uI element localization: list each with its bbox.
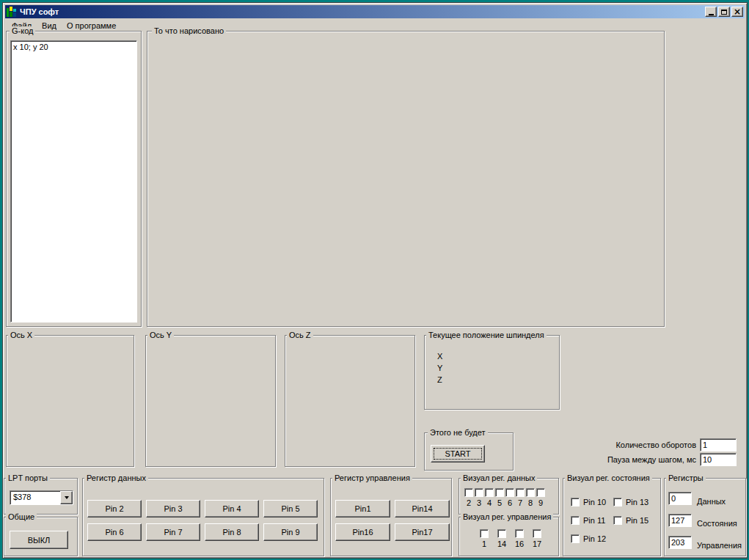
pin17-button-label: Pin17: [412, 528, 432, 537]
pin17-button[interactable]: Pin17: [395, 523, 450, 541]
gcode-editor[interactable]: x 10; y 20: [10, 40, 137, 323]
desktop: { "window": { "title": "ЧПУ софт" }, "me…: [0, 0, 749, 560]
visual-data-group-label: Визуал рег. данных: [461, 474, 537, 483]
spindle-group-label: Текущее положение шпинделя: [426, 331, 547, 340]
visual-data-pin2-label: 2: [467, 498, 471, 507]
pause-field-wrap: [700, 453, 737, 466]
pin9-button-label: Pin 9: [281, 528, 299, 537]
visual-data-pin6-label: 6: [508, 498, 512, 507]
pin13-checkbox[interactable]: [613, 498, 622, 506]
visual-data-pin6-checkbox[interactable]: [505, 488, 514, 497]
pin5-button[interactable]: Pin 5: [263, 500, 318, 517]
revolutions-field-wrap: [700, 438, 737, 452]
pin11-label: Pin 11: [583, 516, 605, 525]
axis-y-group: Ось Y: [145, 335, 276, 467]
pin3-button[interactable]: Pin 3: [146, 500, 200, 517]
off-button-label: ВЫКЛ: [28, 536, 51, 545]
pin8-button[interactable]: Pin 8: [205, 523, 259, 541]
pin9-button[interactable]: Pin 9: [263, 523, 318, 541]
data-register-value-label: Данных: [697, 497, 726, 506]
visual-control-pin17-label: 17: [533, 539, 541, 548]
registers-group: Регистры Данных Состояния Управления: [664, 478, 746, 556]
axis-z-group: Ось Z: [285, 335, 415, 467]
visual-control-pin1-checkbox[interactable]: [480, 529, 489, 538]
pause-input[interactable]: [701, 454, 736, 465]
pin11-checkbox[interactable]: [571, 516, 580, 525]
off-button[interactable]: ВЫКЛ: [10, 531, 68, 549]
lpt-port-select[interactable]: $378: [10, 490, 73, 505]
revolutions-label: Количество оборотов: [549, 441, 696, 449]
pin12-label: Pin 12: [583, 534, 606, 543]
visual-data-pin9-checkbox[interactable]: [536, 488, 545, 497]
pin4-button-label: Pin 4: [222, 504, 241, 513]
pin5-button-label: Pin 5: [281, 504, 299, 513]
pin3-button-label: Pin 3: [164, 504, 182, 513]
menu-about[interactable]: О программе: [62, 20, 121, 32]
axis-y-group-label: Ось Y: [147, 331, 174, 340]
visual-control-pin14-checkbox[interactable]: [497, 529, 506, 538]
pin15-label: Pin 15: [626, 516, 648, 525]
visual-data-pin3-label: 3: [477, 498, 481, 507]
menu-view[interactable]: Вид: [37, 20, 62, 32]
visual-data-pin5-checkbox[interactable]: [495, 488, 504, 497]
visual-data-pin4-checkbox[interactable]: [485, 488, 494, 497]
data-register-field-wrap: [668, 492, 692, 505]
pin14-button[interactable]: Pin14: [395, 500, 450, 517]
pin12-checkbox[interactable]: [571, 534, 580, 543]
common-group: Общие ВЫКЛ: [4, 517, 78, 556]
minimize-button[interactable]: [705, 7, 717, 17]
app-window: ЧПУ софт × Файл Вид О программе G-код x …: [2, 2, 748, 559]
lpt-port-dropdown-button[interactable]: [60, 491, 73, 504]
visual-data-pin8-checkbox[interactable]: [526, 488, 535, 497]
start-button[interactable]: START: [431, 445, 485, 463]
pin7-button[interactable]: Pin 7: [146, 523, 200, 541]
visual-data-pin3-checkbox[interactable]: [475, 488, 483, 497]
title-bar[interactable]: ЧПУ софт ×: [5, 5, 745, 18]
control-register-value-input[interactable]: [669, 537, 691, 548]
pin10-checkbox[interactable]: [571, 498, 580, 506]
pin7-button-label: Pin 7: [164, 528, 182, 537]
pause-label: Пауза между шагом, мс: [549, 455, 696, 464]
control-register-value-label: Управления: [697, 541, 742, 550]
registers-group-label: Регистры: [666, 474, 706, 483]
status-register-value-label: Состояния: [697, 519, 737, 528]
maximize-button[interactable]: [718, 7, 730, 17]
pin8-button-label: Pin 8: [222, 528, 241, 537]
pin6-button-label: Pin 6: [105, 528, 123, 537]
pin13-label: Pin 13: [626, 498, 648, 506]
lpt-port-value: $378: [10, 491, 60, 504]
axis-x-group: Ось X: [6, 335, 134, 467]
pin1-button[interactable]: Pin1: [335, 500, 390, 517]
axis-z-group-label: Ось Z: [287, 331, 313, 340]
close-button[interactable]: ×: [731, 7, 743, 17]
visual-control-pin16-checkbox[interactable]: [515, 529, 524, 538]
app-icon: [7, 7, 17, 17]
visual-control-pin1-label: 1: [482, 539, 486, 548]
pin16-button[interactable]: Pin16: [335, 523, 390, 541]
visual-status-group-label: Визуал рег. состояния: [565, 474, 652, 483]
pin4-button[interactable]: Pin 4: [205, 500, 259, 517]
visual-data-pin2-checkbox[interactable]: [464, 488, 473, 497]
pin14-button-label: Pin14: [412, 504, 432, 513]
visual-data-pin8-label: 8: [528, 498, 533, 507]
drawing-canvas[interactable]: [149, 39, 662, 325]
spindle-y-label: Y: [437, 364, 442, 372]
visual-control-pin17-checkbox[interactable]: [533, 529, 541, 538]
window-title: ЧПУ софт: [20, 7, 704, 16]
spindle-group: Текущее положение шпинделя X Y Z: [424, 335, 560, 410]
pin6-button[interactable]: Pin 6: [87, 523, 142, 541]
visual-control-pin14-label: 14: [497, 539, 506, 548]
status-register-value-input[interactable]: [669, 515, 691, 526]
canvas-group-label: То что нарисовано: [152, 26, 226, 36]
maximize-icon: [721, 10, 727, 15]
pin15-checkbox[interactable]: [613, 516, 622, 525]
lpt-group-label: LPT порты: [6, 474, 50, 483]
chevron-down-icon: [65, 496, 69, 499]
revolutions-input[interactable]: [701, 439, 736, 451]
control-register-field-wrap: [668, 536, 692, 549]
spindle-z-label: Z: [437, 375, 442, 384]
visual-data-pin5-label: 5: [497, 498, 502, 507]
pin2-button[interactable]: Pin 2: [87, 500, 142, 517]
data-register-value-input[interactable]: [669, 493, 691, 504]
visual-data-pin7-checkbox[interactable]: [516, 488, 525, 497]
